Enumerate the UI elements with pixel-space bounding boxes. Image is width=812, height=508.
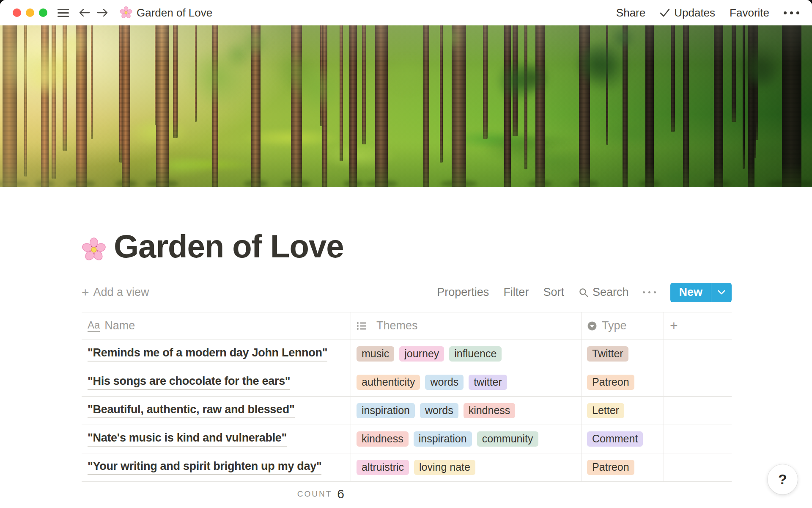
cover-art-shape	[590, 118, 677, 150]
cover-art-shape	[291, 25, 302, 187]
new-button[interactable]: New	[670, 283, 732, 302]
cover-art-shape	[748, 25, 754, 187]
add-view-label: Add a view	[93, 286, 149, 299]
cover-art-shape	[683, 25, 689, 187]
add-view-button[interactable]: + Add a view	[82, 286, 149, 299]
row-type-cell[interactable]: Patreon	[582, 453, 664, 481]
row-name[interactable]: "Nate's music is kind and vulnerable"	[88, 431, 287, 447]
page-icon-cherry-blossom[interactable]	[82, 234, 106, 259]
cover-art-shape	[660, 169, 701, 183]
type-tag: Twitter	[587, 346, 628, 362]
zoom-window-button[interactable]	[39, 8, 47, 17]
cover-art-shape	[524, 25, 527, 169]
row-name-cell[interactable]: "Beautiful, authentic, raw and blessed"	[82, 397, 351, 425]
row-name[interactable]: "Your writing and spirit brighten up my …	[88, 460, 321, 475]
row-themes-cell[interactable]: musicjourneyinfluence	[351, 340, 582, 368]
column-label: Themes	[376, 319, 418, 332]
table-body: "Reminds me of a modern day John Lennon"…	[82, 340, 732, 482]
cover-art-shape	[221, 41, 255, 68]
row-name-cell[interactable]: "Your writing and spirit brighten up my …	[82, 453, 351, 481]
theme-tag: kindness	[464, 403, 516, 418]
more-options-icon[interactable]	[784, 11, 799, 14]
table-row[interactable]: "Reminds me of a modern day John Lennon"…	[82, 340, 732, 368]
row-themes-cell[interactable]: inspirationwordskindness	[351, 397, 582, 425]
theme-tag: authenticity	[357, 375, 420, 390]
theme-tag: words	[420, 403, 458, 418]
cover-art-shape	[714, 25, 723, 187]
cover-art-shape	[756, 25, 758, 140]
cover-art-shape	[440, 25, 443, 163]
cover-art-shape	[732, 25, 736, 122]
table-footer-count[interactable]: COUNT 6	[82, 482, 351, 506]
row-type-cell[interactable]: Letter	[582, 397, 664, 425]
text-property-icon: Aa	[88, 320, 100, 331]
properties-button[interactable]: Properties	[437, 286, 489, 299]
row-themes-cell[interactable]: altruistricloving nate	[351, 453, 582, 481]
page-title[interactable]: Garden of Love	[114, 229, 343, 264]
table-row[interactable]: "Beautiful, authentic, raw and blessed"i…	[82, 397, 732, 425]
favorite-button[interactable]: Favorite	[730, 6, 769, 19]
column-header-type[interactable]: Type	[582, 312, 664, 340]
help-button[interactable]: ?	[768, 464, 798, 494]
column-header-themes[interactable]: Themes	[351, 312, 582, 340]
table-row[interactable]: "Nate's music is kind and vulnerable"kin…	[82, 425, 732, 453]
forward-button[interactable]	[97, 8, 109, 17]
type-tag: Letter	[587, 403, 624, 418]
row-name-cell[interactable]: "Nate's music is kind and vulnerable"	[82, 425, 351, 453]
type-tag: Patreon	[587, 460, 634, 475]
count-value: 6	[337, 487, 344, 501]
cover-art-shape	[375, 25, 388, 187]
database-table: Aa Name Themes Type +	[82, 312, 732, 506]
row-name[interactable]: "Beautiful, authentic, raw and blessed"	[88, 403, 295, 418]
table-header-row: Aa Name Themes Type +	[82, 312, 732, 340]
add-property-button[interactable]: +	[664, 312, 732, 340]
cover-art-shape	[504, 25, 511, 187]
cover-art-shape	[423, 25, 429, 187]
theme-tag: loving nate	[414, 460, 475, 475]
theme-tag: inspiration	[414, 431, 472, 447]
cover-art-shape	[76, 25, 87, 187]
theme-tag: altruistric	[357, 460, 409, 475]
breadcrumb-page-title: Garden of Love	[137, 6, 212, 19]
page-content: Garden of Love + Add a view Properties F…	[0, 229, 732, 506]
theme-tag: influence	[449, 346, 502, 362]
search-icon	[579, 287, 589, 298]
minimize-window-button[interactable]	[26, 8, 34, 17]
row-name-cell[interactable]: "His songs are chocolate for the ears"	[82, 368, 351, 396]
view-more-icon[interactable]	[643, 291, 656, 293]
cover-art-shape	[535, 25, 545, 187]
row-type-cell[interactable]: Twitter	[582, 340, 664, 368]
cover-art-shape	[24, 25, 27, 177]
cover-art-shape	[159, 157, 258, 172]
sidebar-menu-button[interactable]	[58, 9, 69, 17]
updates-button[interactable]: Updates	[660, 6, 715, 19]
row-themes-cell[interactable]: authenticitywordstwitter	[351, 368, 582, 396]
row-empty-cell	[664, 425, 732, 453]
back-button[interactable]	[78, 8, 90, 17]
row-empty-cell	[664, 368, 732, 396]
column-header-name[interactable]: Aa Name	[82, 312, 351, 340]
hamburger-icon	[58, 9, 69, 17]
share-button[interactable]: Share	[616, 6, 645, 19]
cover-art-shape	[513, 62, 552, 94]
row-type-cell[interactable]: Comment	[582, 425, 664, 453]
filter-button[interactable]: Filter	[503, 286, 529, 299]
row-name[interactable]: "His songs are chocolate for the ears"	[88, 375, 290, 390]
row-themes-cell[interactable]: kindnessinspirationcommunity	[351, 425, 582, 453]
app-window: Garden of Love Share Updates Favorite Ga…	[0, 0, 812, 508]
search-label: Search	[593, 286, 629, 299]
row-type-cell[interactable]: Patreon	[582, 368, 664, 396]
cover-art-shape	[483, 25, 488, 139]
row-name-cell[interactable]: "Reminds me of a modern day John Lennon"	[82, 340, 351, 368]
sort-button[interactable]: Sort	[543, 286, 564, 299]
cover-image[interactable]	[0, 25, 812, 187]
row-name[interactable]: "Reminds me of a modern day John Lennon"	[88, 346, 327, 362]
table-row[interactable]: "Your writing and spirit brighten up my …	[82, 453, 732, 482]
search-button[interactable]: Search	[579, 286, 629, 299]
chevron-down-icon[interactable]	[711, 283, 732, 302]
cover-art-shape	[251, 25, 261, 187]
row-empty-cell	[664, 453, 732, 481]
table-row[interactable]: "His songs are chocolate for the ears"au…	[82, 368, 732, 397]
close-window-button[interactable]	[13, 8, 21, 17]
traffic-lights	[13, 8, 47, 17]
